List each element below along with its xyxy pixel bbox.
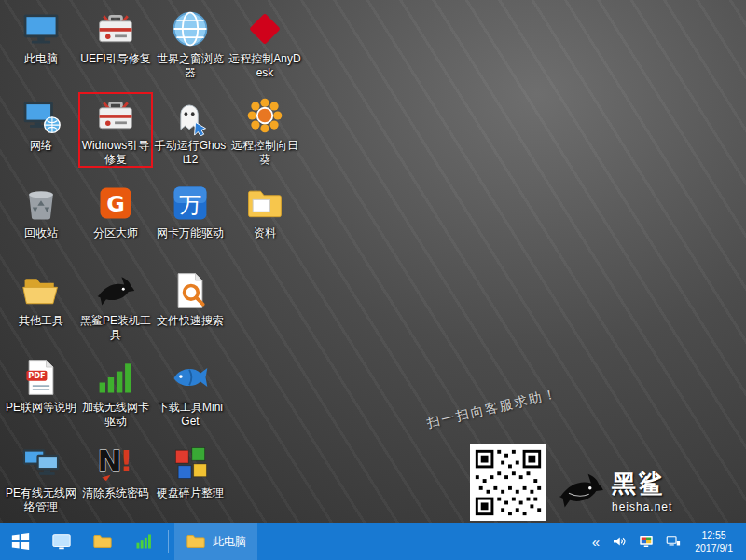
- password-icon: N!: [94, 442, 137, 485]
- signal-bars-icon: [134, 532, 153, 551]
- file-explorer-button[interactable]: [82, 523, 123, 560]
- desktop-icon-uefi-boot-repair[interactable]: UEFI引导修复: [78, 6, 153, 68]
- taskbar-clock[interactable]: 12:55 2017/9/1: [691, 528, 737, 554]
- network-status-button[interactable]: [664, 528, 683, 554]
- windows-logo-icon: [10, 531, 31, 552]
- scan-help-slogan: 扫一扫向客服求助！: [425, 376, 601, 431]
- support-qr-code: [470, 444, 546, 521]
- network-signal-button[interactable]: [123, 523, 164, 560]
- folder-icon: [186, 531, 206, 552]
- icon-label: 黑鲨PE装机工具: [79, 314, 152, 341]
- icon-label: 网络: [30, 139, 52, 153]
- desktop-icon-other-tools[interactable]: 其他工具: [4, 267, 78, 330]
- icon-label: Widnows引导修复: [80, 139, 151, 166]
- globe-icon: [169, 7, 212, 50]
- desktop-icon-world-window-browser[interactable]: 世界之窗浏览器: [153, 6, 228, 81]
- icon-label: 此电脑: [24, 52, 58, 66]
- red-diamond-icon: [243, 7, 286, 50]
- open-folder-icon: [20, 269, 62, 312]
- desktop-icon-miniget-downloader[interactable]: 下载工具MiniGet: [153, 354, 228, 430]
- icon-label: PE有线无线网络管理: [5, 486, 77, 513]
- defrag-blocks-icon: [169, 442, 212, 485]
- icon-label: 远程控制AnyDesk: [228, 52, 301, 79]
- desktop-icon-data-folder[interactable]: 资料: [228, 180, 302, 242]
- speaker-icon: [611, 533, 628, 550]
- icon-label: 网卡万能驱动: [157, 226, 224, 240]
- desktop-icon-anydesk-remote[interactable]: 远程控制AnyDesk: [228, 6, 302, 81]
- icon-label: 下载工具MiniGet: [154, 401, 227, 428]
- svg-text:!: !: [119, 444, 132, 478]
- desktop-icon-network[interactable]: 网络: [4, 92, 78, 155]
- svg-text:G: G: [106, 191, 125, 217]
- taskbar-divider: [168, 530, 169, 553]
- icon-label: PE联网等说明: [6, 401, 76, 415]
- fish-icon: [169, 356, 212, 399]
- desktop-icon-ghost12[interactable]: 手动运行Ghost12: [153, 92, 228, 168]
- icon-label: 手动运行Ghost12: [154, 139, 227, 166]
- taskbar: 此电脑 « 12:55 2017/9/1: [0, 523, 746, 560]
- recycle-bin-icon: [20, 182, 62, 225]
- icon-label: 硬盘碎片整理: [157, 486, 224, 500]
- display-settings-button[interactable]: [637, 528, 656, 554]
- svg-text:万: 万: [179, 192, 201, 218]
- show-desktop-button[interactable]: [41, 523, 82, 560]
- desktop-icon-partition-master[interactable]: G 分区大师: [78, 180, 153, 242]
- signal-bars-icon: [94, 356, 137, 399]
- desktop-icon-file-quick-search[interactable]: 文件快速搜索: [153, 267, 228, 330]
- partition-master-icon: G: [94, 182, 137, 225]
- desktop-wallpaper: 此电脑 UEFI引导修复 世界之窗浏览器 远程控制AnyDesk 网络 Widn…: [0, 0, 746, 523]
- desktop-icon-sunflower-remote[interactable]: 远程控制向日葵: [228, 92, 302, 168]
- svg-text:PDF: PDF: [28, 371, 46, 380]
- icon-label: 远程控制向日葵: [228, 139, 301, 166]
- desktop-icon-recycle-bin[interactable]: 回收站: [4, 180, 78, 242]
- desktop-icon-pe-network-guide[interactable]: PDF PE联网等说明: [4, 354, 78, 417]
- icon-label: 资料: [254, 226, 276, 240]
- file-search-icon: [169, 269, 212, 312]
- task-button-this-pc[interactable]: 此电脑: [174, 523, 257, 560]
- dual-monitor-icon: [20, 442, 62, 485]
- folder-icon: [92, 531, 113, 552]
- desktop-window-icon: [51, 531, 72, 552]
- desktop-icon-clear-system-password[interactable]: N! 清除系统密码: [78, 440, 153, 502]
- icon-label: 世界之窗浏览器: [154, 52, 227, 79]
- desktop-icon-pe-network-manager[interactable]: PE有线无线网络管理: [4, 440, 78, 515]
- pdf-document-icon: PDF: [20, 356, 62, 399]
- toolbox-icon: [94, 7, 137, 50]
- computer-icon: [20, 7, 62, 50]
- network-icon: [20, 94, 62, 137]
- desktop-icon-heisha-pe-installer[interactable]: 黑鲨PE装机工具: [78, 267, 153, 343]
- icon-label: 加载无线网卡驱动: [79, 401, 152, 428]
- start-button[interactable]: [0, 523, 41, 560]
- display-color-icon: [638, 533, 655, 550]
- icon-label: UEFI引导修复: [80, 52, 150, 66]
- folder-icon: [243, 182, 286, 225]
- heisha-brand-logo: 黑鲨 heisha.net: [554, 466, 672, 514]
- ghost-icon: [169, 94, 212, 137]
- desktop-icon-windows-boot-repair[interactable]: Widnows引导修复: [78, 92, 153, 168]
- shark-logo-icon: [554, 466, 608, 514]
- clock-time: 12:55: [695, 528, 733, 541]
- icon-label: 分区大师: [93, 226, 138, 240]
- brand-site: heisha.net: [612, 500, 672, 513]
- network-monitor-icon: [665, 533, 682, 550]
- volume-button[interactable]: [610, 528, 629, 554]
- task-button-label: 此电脑: [213, 534, 246, 550]
- tray-expand-icon[interactable]: «: [590, 535, 601, 549]
- desktop-icon-disk-defrag[interactable]: 硬盘碎片整理: [153, 440, 228, 502]
- desktop-icon-nic-universal-driver[interactable]: 万 网卡万能驱动: [153, 180, 228, 242]
- desktop-icon-this-pc[interactable]: 此电脑: [4, 6, 78, 68]
- icon-label: 文件快速搜索: [157, 314, 224, 328]
- sunflower-icon: [243, 94, 286, 137]
- system-tray: « 12:55 2017/9/1: [590, 523, 746, 560]
- brand-name: 黑鲨: [612, 468, 666, 500]
- svg-text:N: N: [98, 444, 122, 478]
- shark-icon: [94, 269, 137, 312]
- icon-label: 回收站: [24, 226, 58, 240]
- desktop-icon-wireless-driver-loader[interactable]: 加载无线网卡驱动: [78, 354, 153, 430]
- wan-driver-icon: 万: [169, 182, 212, 225]
- icon-label: 清除系统密码: [82, 486, 149, 500]
- icon-label: 其他工具: [19, 314, 63, 328]
- toolbox-icon: [94, 94, 137, 137]
- clock-date: 2017/9/1: [695, 541, 733, 554]
